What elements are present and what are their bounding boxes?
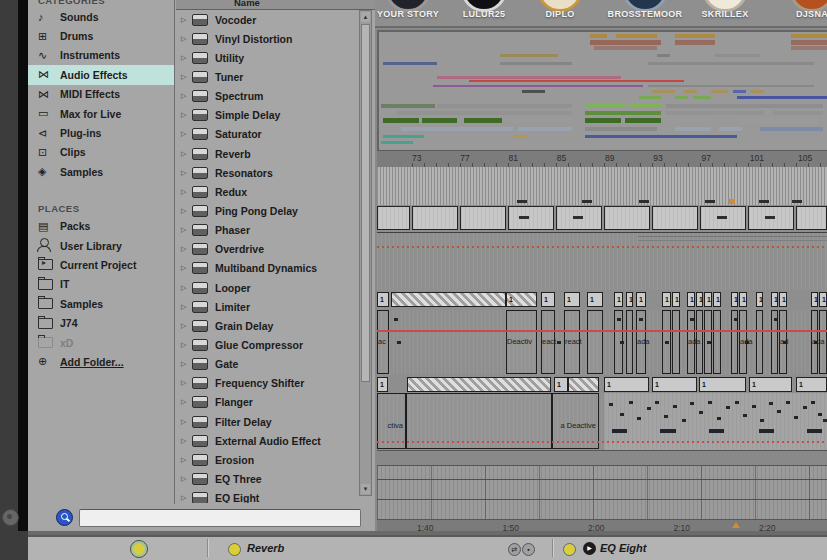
- sidebar-item-clips[interactable]: ⊡Clips: [28, 143, 174, 162]
- clip-header[interactable]: 1: [662, 292, 671, 307]
- story-skrillex[interactable]: SKRILLEX: [680, 0, 770, 28]
- device-item-reverb[interactable]: ▷Reverb: [176, 144, 357, 163]
- audio-clip[interactable]: [796, 206, 827, 230]
- disclosure-triangle-icon[interactable]: ▷: [181, 418, 192, 426]
- disclosure-triangle-icon[interactable]: ▷: [181, 245, 192, 253]
- device-item-vinyl-distortion[interactable]: ▷Vinyl Distortion: [176, 29, 357, 48]
- disclosure-triangle-icon[interactable]: ▷: [181, 188, 192, 196]
- places-item-add-folder[interactable]: ⊕Add Folder...: [28, 352, 174, 371]
- audio-clip[interactable]: [652, 206, 698, 230]
- search-icon[interactable]: [56, 509, 73, 526]
- eq-activator-icon[interactable]: [563, 543, 576, 556]
- save-preset-icon[interactable]: ▪: [522, 543, 535, 556]
- device-item-filter-delay[interactable]: ▷Filter Delay: [176, 412, 357, 431]
- device-item-phaser[interactable]: ▷Phaser: [176, 221, 357, 240]
- clip-header[interactable]: 1: [811, 292, 818, 307]
- clip-header[interactable]: 1: [696, 292, 703, 307]
- disclosure-triangle-icon[interactable]: ▷: [181, 284, 192, 292]
- sidebar-item-drums[interactable]: ⊞Drums: [28, 26, 174, 45]
- device-item-simple-delay[interactable]: ▷Simple Delay: [176, 106, 357, 125]
- device-item-vocoder[interactable]: ▷Vocoder: [176, 10, 357, 29]
- story-djsna[interactable]: DJSNA: [767, 0, 827, 28]
- clip-header[interactable]: 1: [377, 292, 389, 307]
- disclosure-triangle-icon[interactable]: ▷: [181, 341, 192, 349]
- disclosure-triangle-icon[interactable]: ▷: [181, 226, 192, 234]
- clip-header[interactable]: 1: [713, 292, 721, 307]
- disclosure-triangle-icon[interactable]: ▷: [181, 111, 192, 119]
- track4-body[interactable]: ctivaa Deactive: [377, 393, 827, 451]
- disclosure-triangle-icon[interactable]: ▷: [181, 54, 192, 62]
- sidebar-item-sounds[interactable]: ♪Sounds: [28, 7, 174, 26]
- beat-ruler[interactable]: 73778185899397101105: [377, 150, 827, 167]
- clip-body[interactable]: [756, 310, 763, 374]
- device-led-icon[interactable]: [130, 540, 148, 558]
- disclosure-triangle-icon[interactable]: ▷: [181, 379, 192, 387]
- audio-clip[interactable]: [460, 206, 506, 230]
- clip-header[interactable]: 1: [731, 292, 738, 307]
- clip-header[interactable]: 1: [779, 292, 787, 307]
- device-item-frequency-shifter[interactable]: ▷Frequency Shifter: [176, 374, 357, 393]
- disclosure-triangle-icon[interactable]: ▷: [181, 16, 192, 24]
- device-list-scrollbar[interactable]: ▲ ▼: [359, 10, 372, 496]
- device-item-saturator[interactable]: ▷Saturator: [176, 125, 357, 144]
- scrollbar-thumb[interactable]: [361, 24, 370, 382]
- disclosure-triangle-icon[interactable]: ▷: [181, 437, 192, 445]
- disclosure-triangle-icon[interactable]: ▷: [181, 475, 192, 483]
- audio-clip[interactable]: [604, 206, 650, 230]
- places-item-xd[interactable]: xD: [28, 333, 174, 352]
- device-item-ping-pong-delay[interactable]: ▷Ping Pong Delay: [176, 201, 357, 220]
- disclosure-triangle-icon[interactable]: ▷: [181, 35, 192, 43]
- sidebar-item-max-for-live[interactable]: ▭Max for Live: [28, 104, 174, 123]
- device-item-resonators[interactable]: ▷Resonators: [176, 163, 357, 182]
- device-item-grain-delay[interactable]: ▷Grain Delay: [176, 316, 357, 335]
- device-item-flanger[interactable]: ▷Flanger: [176, 393, 357, 412]
- sidebar-item-instruments[interactable]: ∿Instruments: [28, 46, 174, 65]
- story-diplo[interactable]: DIPLO: [515, 0, 605, 28]
- clip-header[interactable]: 1: [377, 377, 388, 392]
- audio-clip[interactable]: [412, 206, 458, 230]
- places-item-samples[interactable]: Samples: [28, 294, 174, 313]
- clip-header[interactable]: 1: [652, 377, 697, 392]
- clip-header[interactable]: 1: [756, 292, 763, 307]
- clip-header[interactable]: 1: [554, 377, 568, 392]
- track3-body[interactable]: acDeactiveactreactadaadaadaadada: [377, 310, 827, 376]
- device-item-overdrive[interactable]: ▷Overdrive: [176, 240, 357, 259]
- loop-marker-icon[interactable]: [732, 522, 740, 528]
- automation-grid[interactable]: [377, 465, 827, 520]
- places-item-user-library[interactable]: User Library: [28, 236, 174, 255]
- audio-clip[interactable]: [508, 206, 554, 230]
- disclosure-triangle-icon[interactable]: ▷: [181, 130, 192, 138]
- play-icon[interactable]: ▶: [583, 542, 596, 555]
- device-item-multiband-dynamics[interactable]: ▷Multiband Dynamics: [176, 259, 357, 278]
- device-item-glue-compressor[interactable]: ▷Glue Compressor: [176, 335, 357, 354]
- track-tick-row[interactable]: [377, 167, 827, 206]
- disclosure-triangle-icon[interactable]: ▷: [181, 207, 192, 215]
- clip-body[interactable]: [626, 310, 633, 374]
- clip-header[interactable]: 1: [587, 292, 603, 307]
- places-item-j74[interactable]: J74: [28, 313, 174, 332]
- places-item-current-project[interactable]: Current Project: [28, 255, 174, 274]
- clip-body[interactable]: [587, 310, 603, 374]
- clip-header[interactable]: 1: [771, 292, 778, 307]
- clip-header[interactable]: 1: [819, 292, 827, 307]
- sidebar-item-samples[interactable]: ◈Samples: [28, 162, 174, 181]
- clip-header[interactable]: 1: [626, 292, 633, 307]
- disclosure-triangle-icon[interactable]: ▷: [181, 73, 192, 81]
- story-brosstemoor[interactable]: BROSSTEMOOR: [600, 0, 690, 28]
- device-item-redux[interactable]: ▷Redux: [176, 182, 357, 201]
- device-item-erosion[interactable]: ▷Erosion: [176, 450, 357, 469]
- audio-clip[interactable]: [377, 206, 410, 230]
- disclosure-triangle-icon[interactable]: ▷: [181, 322, 192, 330]
- device-item-limiter[interactable]: ▷Limiter: [176, 297, 357, 316]
- clip-header[interactable]: [407, 377, 551, 392]
- clip-header[interactable]: 1: [564, 292, 580, 307]
- clip-header[interactable]: 1: [672, 292, 680, 307]
- device-item-eq-eight[interactable]: ▷EQ Eight: [176, 489, 357, 503]
- sidebar-item-midi-effects[interactable]: ⋈MIDI Effects: [28, 85, 174, 104]
- disclosure-triangle-icon[interactable]: ▷: [181, 494, 192, 502]
- device-item-gate[interactable]: ▷Gate: [176, 355, 357, 374]
- clip-header[interactable]: 1: [749, 377, 792, 392]
- sidebar-item-plug-ins[interactable]: ⊲Plug-ins: [28, 123, 174, 142]
- clip-header[interactable]: 1: [604, 377, 649, 392]
- arrangement-overview[interactable]: [377, 30, 827, 152]
